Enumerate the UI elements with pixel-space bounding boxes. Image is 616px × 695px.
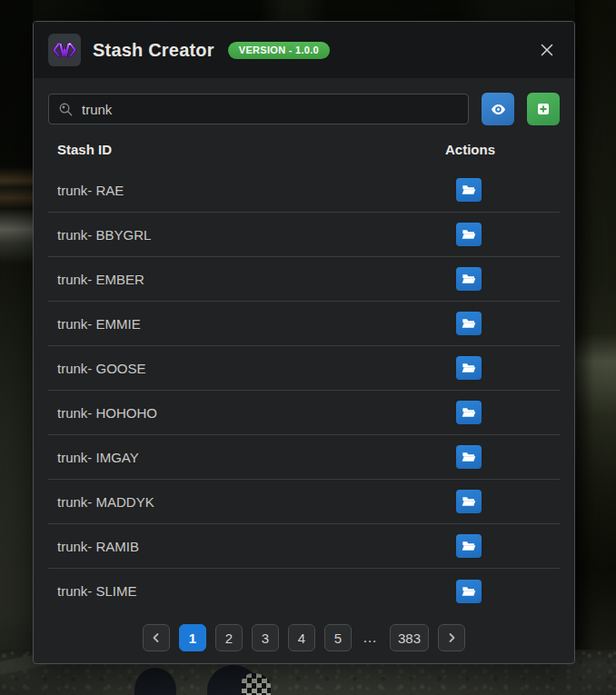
open-stash-button[interactable]: [456, 312, 482, 335]
stash-id-label: trunk- MADDYK: [48, 494, 445, 510]
window-content: Stash ID Actions trunk- RAE: [34, 78, 574, 664]
row-actions-cell: [445, 267, 492, 291]
gem-w-logo-icon: [51, 40, 78, 60]
table-row: trunk- EMBER: [48, 257, 560, 302]
row-actions-cell: [445, 534, 492, 558]
window-header: Stash Creator VERSION - 1.0.0: [34, 22, 574, 78]
page-button[interactable]: 1: [179, 624, 206, 651]
page-button[interactable]: 2: [215, 624, 243, 651]
window-title: Stash Creator: [93, 40, 214, 61]
open-stash-button[interactable]: [456, 178, 482, 202]
table-row: trunk- RAMIB: [48, 524, 560, 569]
app-logo: [48, 34, 81, 66]
folder-open-icon: [462, 184, 476, 196]
table-row: trunk- RAE: [48, 168, 560, 213]
search-icon: [58, 102, 74, 117]
row-actions-cell: [445, 312, 492, 335]
stash-creator-window: Stash Creator VERSION - 1.0.0: [33, 21, 575, 664]
table-row: trunk- EMMIE: [48, 302, 560, 346]
stash-id-label: trunk- EMMIE: [48, 316, 445, 332]
folder-open-icon: [462, 317, 476, 330]
view-stashes-button[interactable]: [482, 93, 514, 125]
close-button[interactable]: [534, 37, 560, 63]
row-actions-cell: [445, 178, 492, 202]
stash-table: trunk- RAE trunk- BBYGRL: [48, 168, 560, 613]
plus-square-icon: [535, 101, 551, 117]
row-actions-cell: [445, 445, 492, 469]
open-stash-button[interactable]: [456, 490, 482, 513]
table-row: trunk- GOOSE: [48, 346, 560, 391]
stash-id-label: trunk- GOOSE: [48, 361, 445, 376]
open-stash-button[interactable]: [456, 267, 482, 291]
folder-open-icon: [462, 362, 476, 374]
column-header-stash-id: Stash ID: [48, 142, 445, 157]
folder-open-icon: [462, 451, 476, 463]
eye-icon: [490, 101, 507, 118]
x-icon: [538, 41, 556, 59]
stash-id-label: trunk- RAE: [48, 183, 445, 198]
folder-open-icon: [462, 406, 476, 419]
page-button[interactable]: 383: [390, 624, 429, 651]
table-row: trunk- BBYGRL: [48, 213, 560, 257]
row-actions-cell: [445, 580, 492, 603]
next-page-button[interactable]: [438, 624, 465, 651]
row-actions-cell: [445, 401, 492, 424]
table-row: trunk- IMGAY: [48, 435, 560, 480]
table-row: trunk- MADDYK: [48, 480, 560, 524]
folder-open-icon: [462, 585, 476, 598]
chevron-right-icon: [446, 632, 457, 643]
create-stash-button[interactable]: [527, 93, 560, 125]
stash-id-label: trunk- HOHOHO: [48, 405, 445, 421]
row-actions-cell: [445, 356, 492, 380]
pagination-ellipsis: …: [361, 630, 381, 646]
row-actions-cell: [445, 490, 492, 513]
table-row: trunk- HOHOHO: [48, 391, 560, 435]
stash-id-label: trunk- RAMIB: [48, 539, 445, 554]
column-header-actions: Actions: [445, 142, 492, 157]
table-header: Stash ID Actions: [48, 125, 560, 168]
search-field[interactable]: [48, 94, 469, 124]
stash-id-label: trunk- IMGAY: [48, 450, 445, 465]
page-button[interactable]: 5: [324, 624, 352, 651]
open-stash-button[interactable]: [456, 580, 482, 603]
stash-id-label: trunk- SLIME: [48, 583, 445, 599]
folder-open-icon: [462, 228, 476, 241]
open-stash-button[interactable]: [456, 401, 482, 424]
folder-open-icon: [462, 273, 476, 285]
open-stash-button[interactable]: [456, 356, 482, 380]
chevron-left-icon: [151, 632, 162, 643]
pagination: 1 2 3 4 5 … 383: [48, 624, 560, 651]
prev-page-button[interactable]: [143, 624, 170, 651]
version-badge: VERSION - 1.0.0: [228, 42, 330, 59]
page-button[interactable]: 3: [252, 624, 279, 651]
search-toolbar: [48, 93, 560, 125]
stash-id-label: trunk- EMBER: [48, 272, 445, 287]
row-actions-cell: [445, 223, 492, 246]
stash-id-label: trunk- BBYGRL: [48, 227, 445, 243]
folder-open-icon: [462, 495, 476, 508]
search-input[interactable]: [82, 102, 459, 117]
open-stash-button[interactable]: [456, 445, 482, 469]
folder-open-icon: [462, 540, 476, 552]
open-stash-button[interactable]: [456, 534, 482, 558]
open-stash-button[interactable]: [456, 223, 482, 246]
page-button[interactable]: 4: [288, 624, 315, 651]
table-row: trunk- SLIME: [48, 569, 560, 613]
